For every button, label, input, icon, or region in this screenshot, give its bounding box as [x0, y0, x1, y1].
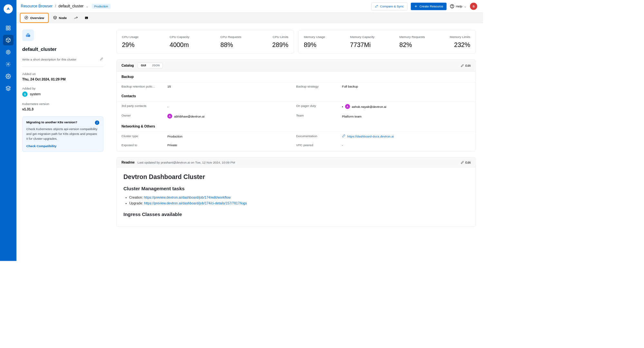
svg-rect-2 — [9, 26, 10, 28]
nav-cube-icon[interactable] — [3, 35, 14, 45]
link-icon — [342, 134, 346, 138]
cluster-icon — [22, 30, 34, 41]
cluster-title: default_cluster — [22, 46, 103, 52]
svg-point-6 — [7, 51, 9, 53]
breadcrumb-root[interactable]: Resource Browser — [21, 4, 53, 9]
avatar: A — [167, 114, 172, 118]
nav-apps-icon[interactable] — [3, 23, 14, 33]
readme-last-updated: Last updated by prashant@devtron.ai on T… — [137, 160, 235, 164]
catalog-panel: Catalog GUI JSON Edit Backup — [117, 60, 476, 152]
readme-h2a: Cluster Management tasks — [123, 186, 469, 192]
svg-point-11 — [25, 16, 28, 19]
header-bar: Resource Browser / default_cluster ⌄ Pro… — [16, 0, 483, 13]
svg-rect-12 — [85, 17, 88, 19]
svg-rect-3 — [6, 28, 8, 30]
help-menu[interactable]: Help ⌄ — [450, 4, 467, 9]
memory-metrics-card: Memory Usage89% Memory Capacity7737Mi Me… — [298, 30, 476, 54]
cluster-description: Write a short description for this clust… — [22, 58, 76, 61]
user-avatar-icon: S — [22, 91, 28, 97]
readme-panel: Readme Last updated by prashant@devtron.… — [117, 157, 476, 227]
overview-sidebar: default_cluster Write a short descriptio… — [16, 23, 109, 261]
svg-point-8 — [7, 76, 9, 77]
tab-node[interactable]: Node — [49, 13, 71, 23]
list-item: Creation: https://preview.devtron.ai/das… — [129, 195, 469, 201]
tab-terminal-icon[interactable] — [81, 13, 92, 23]
tab-chart-icon[interactable] — [71, 13, 81, 23]
cube-icon — [53, 15, 57, 20]
k8s-version: v1.31.3 — [22, 107, 103, 111]
owner-contact: A abhibhaw@devtron.ai — [167, 114, 204, 118]
edit-description-icon[interactable] — [100, 57, 104, 61]
tab-overview[interactable]: Overview — [20, 13, 49, 23]
added-on-value: Thu, 24 Oct 2024, 01:29 PM — [22, 77, 103, 81]
chevron-down-icon[interactable]: ⌄ — [86, 5, 89, 8]
nav-target-icon[interactable] — [3, 47, 14, 58]
svg-point-15 — [27, 33, 29, 36]
readme-h1: Devtron Dashboard Cluster — [123, 173, 469, 181]
user-avatar[interactable]: S — [470, 3, 478, 10]
tabs-bar: Overview Node — [16, 13, 483, 23]
catalog-edit-button[interactable]: Edit — [461, 64, 471, 67]
nav-gear2-icon[interactable] — [3, 71, 14, 82]
svg-point-7 — [7, 63, 9, 65]
compass-icon — [24, 15, 28, 20]
check-compatibility-link[interactable]: Check Compatibility — [26, 144, 57, 148]
seg-json[interactable]: JSON — [149, 63, 163, 68]
nav-rail — [0, 0, 16, 261]
readme-edit-button[interactable]: Edit — [461, 160, 471, 164]
svg-point-10 — [452, 7, 452, 7]
svg-rect-4 — [9, 28, 10, 30]
chevron-down-icon: ⌄ — [464, 5, 467, 8]
create-resource-button[interactable]: Create Resource — [411, 3, 447, 10]
nav-gear1-icon[interactable] — [3, 59, 14, 70]
compare-sync-button[interactable]: Compare & Sync — [371, 2, 408, 10]
svg-point-5 — [6, 50, 10, 54]
documentation-link[interactable]: https://dashboard-docs.devtron.ai — [347, 135, 394, 138]
added-by-user: S system — [22, 91, 103, 97]
breadcrumb-current[interactable]: default_cluster ⌄ — [59, 4, 89, 9]
cpu-metrics-card: CPU Usage29% CPU Capacity4000m CPU Reque… — [117, 30, 294, 54]
svg-rect-1 — [6, 26, 8, 28]
list-item: Upgrade: https://preview.devtron.ai/dash… — [129, 201, 469, 206]
readme-h2b: Ingress Classes available — [123, 212, 469, 217]
info-icon: i — [95, 120, 99, 125]
pager-contact: • A ashok.nayak@devtron.ai — [342, 104, 386, 109]
avatar: A — [345, 104, 350, 109]
migration-info-card: Migrating to another K8s version? i Chec… — [22, 117, 103, 152]
nav-stack-icon[interactable] — [3, 83, 14, 94]
catalog-view-toggle: GUI JSON — [138, 62, 163, 68]
env-tag: Production — [92, 4, 110, 9]
seg-gui[interactable]: GUI — [138, 63, 149, 68]
readme-link[interactable]: https://preview.devtron.ai/dashboard/job… — [144, 201, 247, 205]
breadcrumb: Resource Browser / default_cluster ⌄ — [21, 4, 89, 9]
readme-link[interactable]: https://preview.devtron.ai/dashboard/job… — [144, 196, 231, 200]
brand-logo[interactable] — [4, 5, 13, 14]
